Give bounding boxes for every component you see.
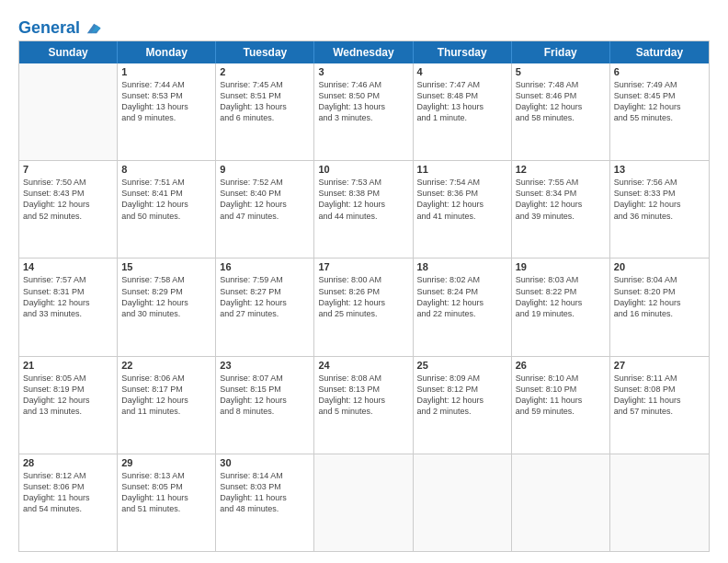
day-info-line: Daylight: 12 hours: [614, 297, 705, 308]
calendar-day-cell: 10Sunrise: 7:53 AMSunset: 8:38 PMDayligh…: [314, 161, 413, 258]
day-info-line: and 25 minutes.: [318, 308, 408, 319]
day-number: 2: [220, 66, 310, 77]
calendar-day-cell: 14Sunrise: 7:57 AMSunset: 8:31 PMDayligh…: [19, 259, 118, 355]
day-info-line: and 5 minutes.: [318, 406, 408, 417]
day-number: 16: [220, 261, 310, 272]
calendar-day-cell: 12Sunrise: 7:55 AMSunset: 8:34 PMDayligh…: [512, 161, 610, 258]
day-number: 11: [417, 164, 507, 175]
day-info-line: and 47 minutes.: [220, 211, 310, 222]
day-number: 13: [614, 164, 705, 175]
calendar: SundayMondayTuesdayWednesdayThursdayFrid…: [18, 40, 710, 552]
day-info-line: Daylight: 12 hours: [220, 297, 310, 308]
calendar-day-cell: 5Sunrise: 7:48 AMSunset: 8:46 PMDaylight…: [512, 63, 610, 160]
day-number: 18: [417, 261, 507, 272]
day-info-line: Sunrise: 7:53 AM: [318, 177, 408, 188]
day-info-line: Sunrise: 8:03 AM: [516, 274, 606, 285]
day-number: 15: [121, 261, 211, 272]
day-info-line: and 48 minutes.: [220, 503, 310, 514]
day-info-line: Daylight: 11 hours: [220, 492, 310, 503]
day-info-line: Sunset: 8:29 PM: [121, 286, 211, 297]
day-info-line: and 13 minutes.: [23, 406, 113, 417]
day-info-line: and 2 minutes.: [417, 406, 507, 417]
day-info-line: Daylight: 12 hours: [220, 395, 310, 406]
day-number: 21: [23, 360, 113, 371]
day-info-line: Daylight: 12 hours: [121, 297, 211, 308]
day-info-line: Daylight: 12 hours: [318, 297, 408, 308]
day-info-line: Sunset: 8:06 PM: [23, 481, 113, 492]
calendar-day-cell: 18Sunrise: 8:02 AMSunset: 8:24 PMDayligh…: [414, 259, 512, 355]
weekday-header: Monday: [118, 41, 216, 63]
day-number: 22: [121, 360, 211, 371]
day-info-line: Daylight: 12 hours: [516, 101, 606, 112]
calendar-day-cell: 27Sunrise: 8:11 AMSunset: 8:08 PMDayligh…: [610, 357, 709, 454]
day-info-line: Sunset: 8:08 PM: [614, 384, 705, 395]
calendar-day-cell: 9Sunrise: 7:52 AMSunset: 8:40 PMDaylight…: [216, 161, 314, 258]
day-number: 14: [23, 261, 113, 272]
day-info-line: Sunset: 8:45 PM: [614, 90, 705, 101]
calendar-day-cell: 2Sunrise: 7:45 AMSunset: 8:51 PMDaylight…: [216, 63, 314, 160]
day-info-line: Sunset: 8:10 PM: [516, 384, 606, 395]
day-info-line: Sunset: 8:05 PM: [121, 481, 211, 492]
calendar-day-cell: 20Sunrise: 8:04 AMSunset: 8:20 PMDayligh…: [610, 259, 709, 355]
day-info-line: Sunset: 8:40 PM: [220, 188, 310, 199]
day-info-line: Sunrise: 7:48 AM: [516, 79, 606, 90]
calendar-week-row: 1Sunrise: 7:44 AMSunset: 8:53 PMDaylight…: [19, 63, 709, 161]
day-info-line: Sunset: 8:51 PM: [220, 90, 310, 101]
day-number: 1: [121, 66, 211, 77]
day-info-line: and 58 minutes.: [516, 112, 606, 123]
day-info-line: and 19 minutes.: [516, 308, 606, 319]
day-info-line: Sunset: 8:46 PM: [516, 90, 606, 101]
day-info-line: Daylight: 12 hours: [23, 395, 113, 406]
calendar-day-cell: 6Sunrise: 7:49 AMSunset: 8:45 PMDaylight…: [610, 63, 709, 160]
day-info-line: Sunrise: 7:55 AM: [516, 177, 606, 188]
day-number: 12: [516, 164, 606, 175]
day-info-line: and 59 minutes.: [516, 406, 606, 417]
day-info-line: Sunset: 8:53 PM: [121, 90, 211, 101]
calendar-day-cell: 25Sunrise: 8:09 AMSunset: 8:12 PMDayligh…: [414, 357, 512, 454]
day-info-line: Sunset: 8:13 PM: [318, 384, 408, 395]
day-info-line: Sunrise: 8:00 AM: [318, 274, 408, 285]
day-number: 27: [614, 360, 705, 371]
calendar-day-cell: 19Sunrise: 8:03 AMSunset: 8:22 PMDayligh…: [512, 259, 610, 355]
calendar-day-cell: 16Sunrise: 7:59 AMSunset: 8:27 PMDayligh…: [216, 259, 314, 355]
day-info-line: and 11 minutes.: [121, 406, 211, 417]
day-number: 4: [417, 66, 507, 77]
day-info-line: Daylight: 12 hours: [516, 199, 606, 210]
day-info-line: and 54 minutes.: [23, 503, 113, 514]
day-number: 25: [417, 360, 507, 371]
calendar-day-cell: 21Sunrise: 8:05 AMSunset: 8:19 PMDayligh…: [19, 357, 118, 454]
day-number: 20: [614, 261, 705, 272]
day-info-line: and 9 minutes.: [121, 112, 211, 123]
day-info-line: Daylight: 12 hours: [220, 199, 310, 210]
day-number: 24: [318, 360, 408, 371]
day-info-line: Sunset: 8:34 PM: [516, 188, 606, 199]
day-info-line: Daylight: 13 hours: [220, 101, 310, 112]
day-info-line: and 41 minutes.: [417, 211, 507, 222]
day-info-line: Daylight: 12 hours: [318, 395, 408, 406]
calendar-day-cell: 4Sunrise: 7:47 AMSunset: 8:48 PMDaylight…: [414, 63, 512, 160]
day-info-line: Sunset: 8:48 PM: [417, 90, 507, 101]
day-info-line: Sunrise: 8:10 AM: [516, 373, 606, 384]
day-info-line: Sunrise: 8:12 AM: [23, 470, 113, 481]
day-info-line: Daylight: 11 hours: [516, 395, 606, 406]
day-info-line: and 51 minutes.: [121, 503, 211, 514]
day-info-line: Daylight: 12 hours: [121, 199, 211, 210]
calendar-day-cell: [512, 454, 610, 551]
day-info-line: Daylight: 11 hours: [23, 492, 113, 503]
day-info-line: Sunrise: 7:46 AM: [318, 79, 408, 90]
day-number: 6: [614, 66, 705, 77]
day-info-line: and 55 minutes.: [614, 112, 705, 123]
logo-icon: [82, 18, 102, 39]
day-info-line: Sunset: 8:03 PM: [220, 481, 310, 492]
day-info-line: Daylight: 12 hours: [318, 199, 408, 210]
day-number: 10: [318, 164, 408, 175]
day-info-line: Sunrise: 8:11 AM: [614, 373, 705, 384]
calendar-day-cell: 23Sunrise: 8:07 AMSunset: 8:15 PMDayligh…: [216, 357, 314, 454]
day-info-line: and 44 minutes.: [318, 211, 408, 222]
day-info-line: Sunset: 8:43 PM: [23, 188, 113, 199]
day-info-line: Sunrise: 8:04 AM: [614, 274, 705, 285]
weekday-header: Tuesday: [216, 41, 314, 63]
day-info-line: Sunset: 8:26 PM: [318, 286, 408, 297]
day-info-line: and 30 minutes.: [121, 308, 211, 319]
weekday-header: Sunday: [19, 41, 118, 63]
